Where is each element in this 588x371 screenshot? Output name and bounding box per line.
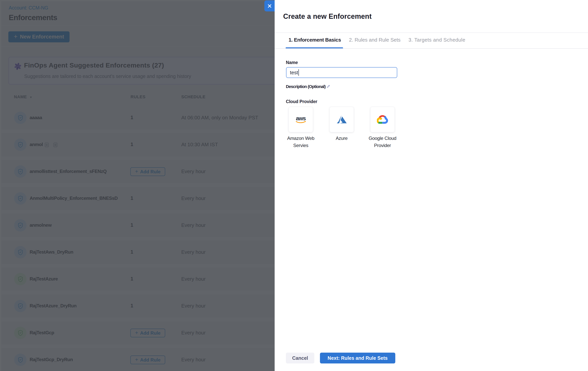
- svg-text:aws: aws: [296, 115, 306, 121]
